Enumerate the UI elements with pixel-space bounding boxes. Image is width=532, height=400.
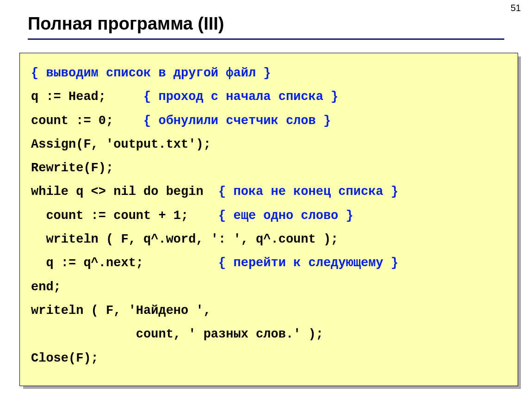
code-block: { выводим список в другой файл } q := He… (19, 53, 518, 386)
code-comment: { перейти к следующему } (218, 256, 398, 270)
code-text: writeln ( F, 'Найдено ', (31, 304, 211, 318)
code-text: count, ' разных слов.' ); (31, 327, 323, 341)
slide-title: Полная программа (III) (28, 14, 504, 34)
code-text: q := Head; (31, 90, 143, 104)
code-text: count := count + 1; (31, 209, 218, 223)
code-comment: { выводим список в другой файл } (31, 66, 271, 80)
title-underline (28, 38, 504, 40)
code-comment: { обнулили счетчик слов } (143, 114, 331, 128)
code-text: q := q^.next; (31, 256, 218, 270)
code-comment: { еще одно слово } (218, 209, 353, 223)
code-comment: { пока не конец списка } (218, 185, 398, 199)
code-block-box: { выводим список в другой файл } q := He… (19, 53, 518, 386)
code-text: writeln ( F, q^.word, ': ', q^.count ); (31, 232, 338, 246)
code-comment: { проход с начала списка } (143, 90, 338, 104)
code-text: Rewrite(F); (31, 161, 113, 175)
code-text: count := 0; (31, 114, 143, 128)
code-text: end; (31, 280, 61, 294)
code-text: while q <> nil do begin (31, 185, 218, 199)
page-number: 51 (511, 3, 521, 13)
title-block: Полная программа (III) (0, 0, 532, 44)
code-content: { выводим список в другой файл } q := He… (31, 62, 513, 370)
slide: 51 Полная программа (III) { выводим спис… (0, 0, 532, 400)
code-text: Close(F); (31, 351, 99, 365)
code-text: Assign(F, 'output.txt'); (31, 138, 211, 151)
